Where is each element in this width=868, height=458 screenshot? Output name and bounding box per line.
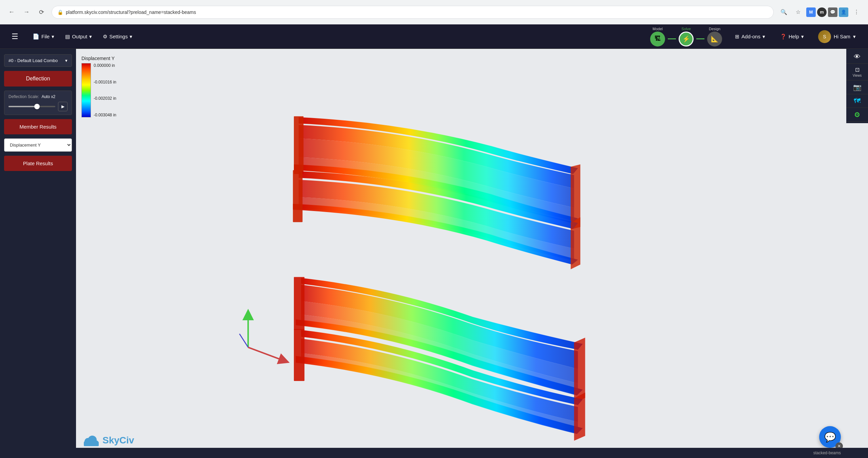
design-label: Design	[709, 27, 720, 31]
workflow-connector-2	[696, 38, 704, 39]
deflection-scale-label: Deflection Scale:	[8, 94, 39, 99]
svg-rect-2	[294, 277, 304, 330]
help-chevron-icon: ▾	[801, 34, 804, 40]
solve-icon: ⚡	[679, 32, 694, 46]
lock-icon: 🔒	[57, 9, 63, 15]
workflow-design[interactable]: Design 📐	[707, 27, 722, 46]
deflection-button[interactable]: Deflection	[4, 71, 72, 87]
load-combo-select[interactable]: #0 - Default Load Combo ▾	[4, 54, 72, 67]
workflow-connector-1	[668, 38, 676, 39]
beams-visualization	[76, 49, 868, 458]
help-circle-icon: ❓	[780, 34, 787, 40]
model-icon: 🏗	[650, 32, 665, 46]
plate-results-button[interactable]: Plate Results	[4, 156, 72, 171]
bottom-bar: stacked-beams	[0, 448, 868, 458]
browser-nav-area: ← → ⟳	[5, 6, 48, 18]
right-panel-settings-item[interactable]: ⚙	[846, 108, 868, 122]
viewport: Displacement Y 0.000000 in -0.001016 in …	[76, 49, 868, 458]
user-label: Hi Sam	[834, 34, 850, 39]
extension-m-icon: M	[806, 7, 816, 17]
svg-rect-3	[294, 329, 304, 381]
views-label: Views	[853, 74, 862, 77]
map-icon: 🗺	[854, 97, 861, 105]
settings-gear-icon: ⚙	[854, 111, 860, 119]
skyciv-brand: SkyCiv	[83, 433, 134, 447]
deflection-scale-value: Auto x2	[41, 94, 55, 99]
svg-line-6	[240, 334, 248, 347]
output-label: Output	[72, 34, 87, 39]
addons-grid-icon: ⊞	[735, 34, 739, 40]
member-results-button[interactable]: Member Results	[4, 119, 72, 134]
output-menu-button[interactable]: ▤ Output ▾	[60, 31, 97, 42]
address-bar[interactable]: 🔒 platform.skyciv.com/structural?preload…	[52, 6, 774, 19]
back-button[interactable]: ←	[5, 6, 18, 18]
slider-thumb[interactable]	[34, 104, 40, 109]
camera-icon: 📷	[853, 83, 862, 91]
slider-track	[8, 106, 37, 107]
scale-label-text: Deflection Scale: Auto x2	[8, 94, 68, 99]
help-button[interactable]: ❓ Help ▾	[775, 31, 809, 42]
views-icon: ⊡	[855, 66, 860, 73]
header-right-buttons: ⊞ Add-ons ▾ ❓ Help ▾ S Hi Sam ▾	[730, 29, 860, 44]
design-icon: 📐	[707, 32, 722, 46]
file-menu-button[interactable]: 📄 File ▾	[27, 31, 60, 42]
settings-chevron-icon: ▾	[130, 34, 132, 40]
refresh-button[interactable]: ⟳	[35, 6, 48, 18]
extension-chat-icon: 💬	[828, 7, 837, 17]
solve-label: Solve	[681, 27, 691, 31]
load-combo-value: #0 - Default Load Combo	[8, 58, 58, 63]
more-button[interactable]: ⋮	[850, 6, 863, 18]
bookmark-button[interactable]: ☆	[792, 6, 804, 18]
model-label: Model	[653, 27, 663, 31]
play-button[interactable]: ▶	[58, 102, 68, 111]
file-icon: 📄	[33, 33, 39, 40]
eye-icon: 👁	[854, 53, 861, 61]
svg-rect-0	[294, 116, 303, 174]
user-button[interactable]: S Hi Sam ▾	[814, 29, 860, 44]
filename-label: stacked-beams	[813, 451, 841, 455]
skyciv-civ: Civ	[119, 435, 134, 445]
main-layout: #0 - Default Load Combo ▾ Deflection Def…	[0, 49, 868, 458]
deflection-scale-slider[interactable]	[8, 106, 55, 107]
svg-rect-10	[84, 442, 99, 446]
output-icon: ▤	[65, 34, 70, 40]
scale-slider-row: ▶	[8, 102, 68, 111]
extensions-area: M m 💬 👤	[806, 7, 848, 17]
search-button[interactable]: 🔍	[778, 6, 790, 18]
member-results-label: Member Results	[19, 124, 56, 130]
workflow-model[interactable]: Model 🏗	[650, 27, 665, 46]
right-panel-map-item[interactable]: 🗺	[846, 94, 868, 108]
plate-results-label: Plate Results	[23, 160, 53, 166]
file-chevron-icon: ▾	[52, 34, 54, 40]
file-label: File	[41, 34, 50, 39]
skyciv-text: SkyCiv	[102, 435, 134, 446]
app-header: ☰ 📄 File ▾ ▤ Output ▾ ⚙ Settings ▾ Model…	[0, 24, 868, 49]
right-panel: 👁 ⊡ Views 📷 🗺 ⚙	[846, 49, 868, 123]
avatar-initial: S	[823, 34, 826, 39]
browser-chrome: ← → ⟳ 🔒 platform.skyciv.com/structural?p…	[0, 0, 868, 24]
right-panel-views-item[interactable]: ⊡ Views	[846, 64, 868, 80]
addons-button[interactable]: ⊞ Add-ons ▾	[730, 31, 770, 42]
workflow-solve[interactable]: Solve ⚡	[679, 27, 694, 46]
settings-menu-button[interactable]: ⚙ Settings ▾	[97, 31, 138, 42]
right-panel-eye-item[interactable]: 👁	[846, 50, 868, 64]
forward-button[interactable]: →	[20, 6, 33, 18]
svg-line-5	[248, 347, 284, 361]
hamburger-button[interactable]: ☰	[8, 30, 22, 43]
settings-label: Settings	[109, 34, 128, 39]
workflow-area: Model 🏗 Solve ⚡ Design 📐	[650, 27, 722, 46]
user-chevron-icon: ▾	[853, 34, 856, 40]
chat-icon: 💬	[824, 432, 836, 443]
addons-chevron-icon: ▾	[762, 34, 765, 40]
skyciv-cloud-icon	[83, 433, 100, 447]
displacement-select[interactable]: Displacement Y Displacement X Displaceme…	[4, 138, 72, 152]
load-combo-chevron-icon: ▾	[65, 58, 68, 63]
extension-user-icon: 👤	[839, 7, 848, 17]
browser-actions: 🔍 ☆ M m 💬 👤 ⋮	[778, 6, 863, 18]
output-chevron-icon: ▾	[89, 34, 92, 40]
help-label: Help	[789, 34, 799, 39]
avatar: S	[818, 30, 831, 43]
skyciv-sky: Sky	[102, 435, 119, 445]
extension-m2-icon: m	[817, 7, 827, 17]
right-panel-camera-item[interactable]: 📷	[846, 80, 868, 94]
